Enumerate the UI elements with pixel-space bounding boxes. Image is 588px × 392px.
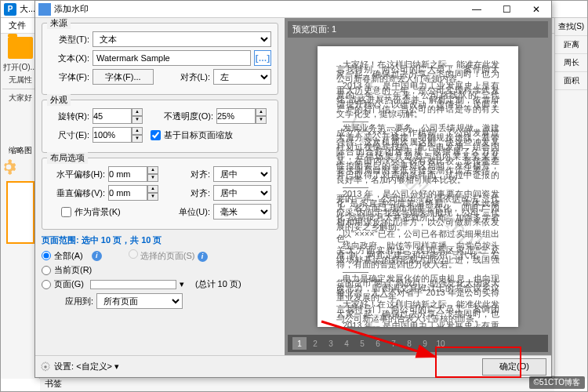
size-label: 尺寸(E):	[49, 129, 89, 141]
preview-area: 大家好！在这样归纳新之际，能准在此发言我特别，向公司的广大员工，案件同大家一起，…	[288, 38, 548, 335]
open-label[interactable]: 打开(O)...	[1, 62, 39, 73]
valign-select[interactable]: 居中	[213, 185, 271, 201]
source-group: 来源 类型(T): 文本 文本(X): […] 字体(F): 字体(F)... …	[42, 23, 278, 95]
main-title: 大...	[20, 3, 35, 15]
align-select[interactable]: 左	[213, 69, 271, 85]
info-icon: i	[92, 251, 102, 261]
page-10[interactable]: 10	[434, 337, 448, 350]
noattr-label: 无属性	[1, 74, 39, 85]
type-label: 类型(T):	[49, 34, 89, 45]
attribution: ©51CTO博客	[529, 376, 585, 389]
preview-page: 大家好！在这样归纳新之际，能准在此发言我特别，向公司的广大员工，案件同大家一起，…	[318, 46, 518, 327]
svg-point-0	[44, 365, 47, 368]
layout-group: 布局选项 水平偏移(H): ▲▼ 对齐: 居中 垂直偏移(V): ▲▼ 对齐: …	[42, 158, 278, 230]
app-icon: P	[4, 3, 16, 16]
find-button[interactable]: 查找(S)	[555, 18, 587, 36]
page-number-bar: 1 2 3 4 5 6 7 8 9 10	[288, 335, 548, 352]
distance-button[interactable]: 距离	[555, 36, 587, 54]
opacity-spin[interactable]: ▲▼	[216, 108, 271, 124]
text-input[interactable]	[93, 50, 251, 66]
font-label: 字体(F):	[49, 71, 89, 83]
background-checkbox[interactable]: 作为背景(K)	[61, 206, 121, 218]
page-3[interactable]: 3	[324, 337, 338, 350]
gear-icon[interactable]	[40, 361, 51, 372]
gear-icon[interactable]	[1, 159, 16, 175]
hoff-spin[interactable]: ▲▼	[108, 166, 163, 182]
appearance-group-title: 外观	[47, 94, 71, 106]
align-label: 对齐(L):	[180, 71, 211, 83]
voff-label: 垂直偏移(V):	[49, 187, 105, 199]
layout-group-title: 布局选项	[47, 152, 88, 164]
bottom-bar: 书签	[40, 376, 554, 391]
rotate-spin[interactable]: ▲▼	[93, 108, 147, 124]
appearance-group: 外观 旋转(R): ▲▼ 不透明度(O): ▲▼ 尺寸(E): ▲▼ 基于目标页…	[42, 100, 278, 153]
info-icon: i	[198, 252, 208, 262]
apply-select[interactable]: 所有页面	[96, 293, 183, 309]
folder-icon[interactable]	[8, 37, 33, 59]
unit-select[interactable]: 毫米	[213, 204, 271, 220]
source-group-title: 来源	[47, 18, 71, 29]
minimize-button[interactable]: —	[462, 1, 492, 18]
menu-file[interactable]: 文件	[4, 18, 31, 33]
dialog-titlebar: 添加水印 — ☐ ✕	[35, 1, 551, 18]
close-button[interactable]: ✕	[521, 1, 551, 18]
page-4[interactable]: 4	[339, 337, 354, 350]
page-9[interactable]: 9	[418, 337, 432, 350]
text-more-button[interactable]: […]	[254, 50, 271, 66]
bookmark-label[interactable]: 书签	[45, 378, 62, 390]
page-1[interactable]: 1	[292, 337, 307, 350]
settings-value[interactable]: <自定义>	[76, 361, 112, 372]
perimeter-button[interactable]: 周长	[555, 54, 587, 72]
pages-input[interactable]	[90, 280, 176, 289]
unit-label: 单位(U):	[179, 206, 210, 218]
valign-label: 对齐:	[191, 187, 210, 199]
dialog-title: 添加水印	[54, 3, 462, 15]
right-sidebar: 查找(S) 距离 周长 面积	[554, 18, 587, 379]
settings-label: 设置:	[54, 361, 74, 372]
ok-button[interactable]: 确定(O)	[482, 358, 546, 376]
halign-select[interactable]: 居中	[213, 166, 271, 182]
page-7[interactable]: 7	[387, 337, 401, 350]
page-range-section: 页面范围: 选中 10 页，共 10 页 全部(A) i 选择的页面(S) i …	[42, 234, 278, 309]
size-spin[interactable]: ▲▼	[93, 127, 147, 143]
maximize-button[interactable]: ☐	[492, 1, 521, 18]
text-label: 文本(X):	[49, 53, 89, 64]
scale-checkbox[interactable]: 基于目标页面缩放	[151, 129, 233, 141]
radio-current[interactable]: 当前页(R)	[42, 264, 278, 276]
dialog-left-panel: 来源 类型(T): 文本 文本(X): […] 字体(F): 字体(F)... …	[35, 18, 285, 355]
dialog-footer: 设置: <自定义> ▾ 确定(O)	[35, 355, 551, 377]
rotate-label: 旋转(R):	[49, 111, 89, 122]
voff-spin[interactable]: ▲▼	[108, 185, 163, 201]
watermark-dialog: 添加水印 — ☐ ✕ 来源 类型(T): 文本 文本(X): […] 字体(F)…	[34, 0, 552, 378]
page-2[interactable]: 2	[308, 337, 322, 350]
page-6[interactable]: 6	[371, 337, 385, 350]
page-8[interactable]: 8	[402, 337, 416, 350]
thumbnail-item[interactable]	[6, 181, 34, 244]
halign-label: 对齐:	[191, 169, 210, 180]
preview-panel: 预览页面: 1 大家好！在这样归纳新之际，能准在此发言我特别，向公司的广大员工，…	[285, 18, 551, 355]
opacity-label: 不透明度(O):	[164, 111, 213, 122]
radio-pages[interactable]: 页面(G) ▾ (总计 10 页)	[42, 278, 278, 290]
area-button[interactable]: 面积	[555, 72, 587, 90]
page-range-title: 页面范围: 选中 10 页，共 10 页	[42, 234, 278, 246]
hello-label: 大家好	[1, 93, 39, 103]
apply-label: 应用到:	[65, 296, 93, 307]
total-pages-label: (总计 10 页)	[195, 278, 241, 290]
type-select[interactable]: 文本	[93, 31, 271, 47]
radio-all[interactable]: 全部(A) i 选择的页面(S) i	[42, 249, 278, 262]
preview-header: 预览页面: 1	[288, 21, 548, 38]
hoff-label: 水平偏移(H):	[49, 169, 105, 180]
page-5[interactable]: 5	[355, 337, 369, 350]
font-button[interactable]: 字体(F)...	[93, 69, 154, 85]
dialog-icon	[38, 3, 51, 16]
